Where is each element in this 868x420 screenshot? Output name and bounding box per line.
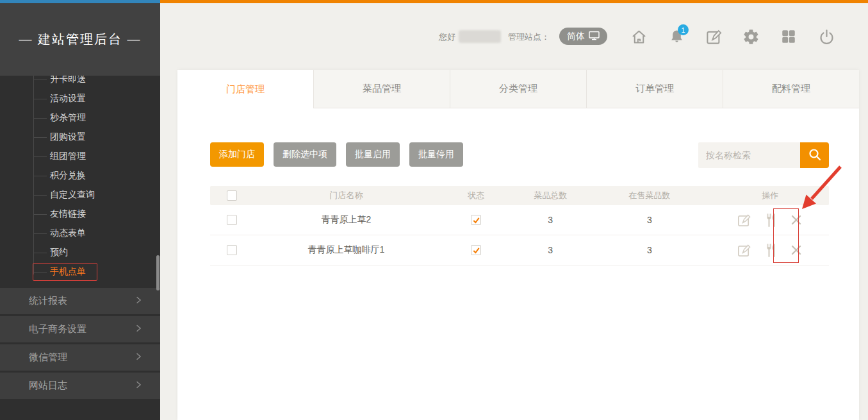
category-label: 网站日志	[29, 380, 67, 392]
delete-selected-button[interactable]: 删除选中项	[274, 142, 336, 167]
tab-store-manage[interactable]: 门店管理	[177, 70, 313, 108]
dish-on-sale: 3	[587, 245, 711, 255]
sidebar-item-seckill[interactable]: 秒杀管理	[0, 108, 156, 128]
power-icon[interactable]	[817, 28, 835, 46]
sidebar-item-dynamic-form[interactable]: 动态表单	[0, 224, 156, 243]
row-checkbox[interactable]	[227, 215, 237, 225]
add-store-button[interactable]: 添加门店	[210, 142, 264, 167]
batch-disable-button[interactable]: 批量停用	[409, 142, 463, 167]
sidebar-item-reservation[interactable]: 预约	[0, 243, 156, 262]
site-label: 管理站点：	[508, 31, 550, 43]
sidebar-item-ecommerce-settings[interactable]: 电子商务设置	[0, 316, 160, 344]
col-dish-on-sale: 在售菜品数	[587, 190, 711, 201]
dish-on-sale: 3	[587, 215, 711, 225]
home-icon[interactable]	[630, 28, 648, 46]
chevron-right-icon	[133, 351, 143, 364]
grid-icon[interactable]	[780, 28, 798, 46]
language-site-pill[interactable]: 简体	[559, 28, 607, 45]
dish-total: 3	[513, 215, 587, 225]
dish-total: 3	[513, 245, 587, 255]
edit-row-icon[interactable]	[736, 212, 751, 228]
app-title: — 建站管理后台 —	[19, 31, 141, 48]
table-header-row: 门店名称 状态 菜品总数 在售菜品数 操作	[210, 186, 829, 205]
search-icon	[807, 147, 823, 164]
delete-row-icon[interactable]	[789, 242, 804, 258]
chevron-right-icon	[133, 380, 143, 392]
sidebar-item-mobile-ordering[interactable]: 手机点单	[0, 262, 156, 281]
batch-enable-button[interactable]: 批量启用	[346, 142, 400, 167]
sidebar-item-site-logs[interactable]: 网站日志	[0, 373, 160, 401]
sidebar-item-label: 手机点单	[50, 266, 86, 278]
tab-dish-manage[interactable]: 菜品管理	[313, 70, 450, 108]
delete-row-icon[interactable]	[789, 212, 804, 228]
sidebar-item-wechat-manage[interactable]: 微信管理	[0, 344, 160, 373]
language-label: 简体	[567, 31, 585, 42]
category-label: 微信管理	[29, 351, 67, 364]
col-status: 状态	[439, 190, 513, 201]
sidebar: 升卡即送 活动设置 秒杀管理 团购设置 组团管理 积分兑换 自定义查询 友情链接…	[0, 3, 160, 420]
sidebar-scrollbar-thumb[interactable]	[156, 255, 160, 290]
category-label: 统计报表	[29, 295, 67, 307]
fork-knife-icon[interactable]	[762, 242, 778, 258]
status-checkbox-checked[interactable]	[471, 245, 481, 255]
toolbar: 添加门店 删除选中项 批量启用 批量停用	[210, 142, 463, 167]
username-redacted	[459, 30, 501, 43]
tab-order-manage[interactable]: 订单管理	[586, 70, 723, 108]
table-row: 青青原上草2 3 3	[210, 205, 829, 235]
sidebar-item-friend-links[interactable]: 友情链接	[0, 205, 156, 224]
sidebar-item-statistics[interactable]: 统计报表	[0, 288, 160, 316]
greeting-text: 您好	[439, 31, 455, 43]
fork-knife-icon[interactable]	[762, 212, 778, 228]
gear-icon[interactable]	[742, 28, 760, 46]
edit-row-icon[interactable]	[736, 242, 751, 258]
chevron-right-icon	[133, 323, 143, 335]
search-box	[698, 142, 829, 168]
main-panel: 门店管理 菜品管理 分类管理 订单管理 配料管理 添加门店 删除选中项 批量启用…	[177, 70, 859, 420]
sidebar-item-groupbuy[interactable]: 团购设置	[0, 128, 156, 147]
store-table: 门店名称 状态 菜品总数 在售菜品数 操作 青青原上草2 3 3 青青原上草咖啡…	[210, 186, 829, 265]
topbar-orange	[160, 0, 868, 3]
sidebar-header: — 建站管理后台 —	[0, 3, 160, 76]
sidebar-item-activity-settings[interactable]: 活动设置	[0, 89, 156, 108]
search-input[interactable]	[698, 142, 800, 168]
table-row: 青青原上草咖啡厅1 3 3	[210, 235, 829, 265]
col-dish-total: 菜品总数	[513, 190, 587, 201]
notification-badge: 1	[678, 24, 689, 35]
sidebar-categories: 统计报表 电子商务设置 微信管理 网站日志	[0, 288, 160, 401]
col-store-name: 门店名称	[254, 190, 439, 201]
store-name: 青青原上草咖啡厅1	[254, 244, 439, 256]
tab-bar: 门店管理 菜品管理 分类管理 订单管理 配料管理	[177, 70, 859, 108]
tab-category-manage[interactable]: 分类管理	[450, 70, 586, 108]
col-actions: 操作	[711, 190, 829, 201]
search-button[interactable]	[800, 142, 829, 168]
sidebar-submenu: 升卡即送 活动设置 秒杀管理 团购设置 组团管理 积分兑换 自定义查询 友情链接…	[0, 70, 156, 281]
tab-ingredient-manage[interactable]: 配料管理	[723, 70, 859, 108]
chevron-right-icon	[133, 295, 143, 307]
category-label: 电子商务设置	[29, 323, 86, 335]
select-all-checkbox[interactable]	[227, 190, 237, 201]
edit-icon[interactable]	[705, 28, 723, 46]
store-name: 青青原上草2	[254, 214, 439, 226]
monitor-icon	[589, 31, 600, 42]
row-checkbox[interactable]	[227, 245, 237, 255]
sidebar-item-group-manage[interactable]: 组团管理	[0, 147, 156, 166]
status-checkbox-checked[interactable]	[471, 215, 481, 225]
sidebar-item-custom-query[interactable]: 自定义查询	[0, 185, 156, 205]
sidebar-item-points-exchange[interactable]: 积分兑换	[0, 166, 156, 185]
